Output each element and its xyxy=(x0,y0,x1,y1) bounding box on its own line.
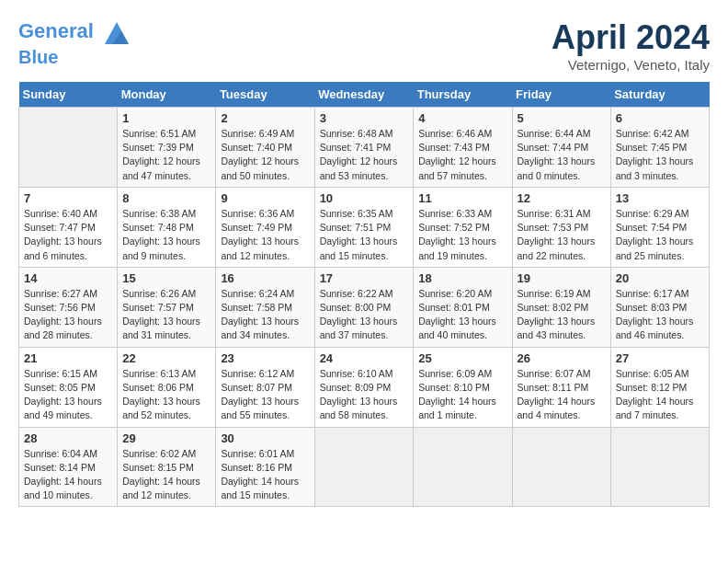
calendar-cell: 26Sunrise: 6:07 AMSunset: 8:11 PMDayligh… xyxy=(512,347,610,427)
day-number: 24 xyxy=(320,351,409,365)
day-number: 1 xyxy=(122,111,210,125)
day-detail: Sunrise: 6:31 AMSunset: 7:53 PMDaylight:… xyxy=(518,207,606,263)
weekday-header-thursday: Thursday xyxy=(414,82,512,108)
day-number: 20 xyxy=(616,271,704,285)
day-detail: Sunrise: 6:35 AMSunset: 7:51 PMDaylight:… xyxy=(320,207,409,263)
day-detail: Sunrise: 6:22 AMSunset: 8:00 PMDaylight:… xyxy=(320,287,409,343)
calendar-cell xyxy=(512,427,610,507)
calendar-cell: 5Sunrise: 6:44 AMSunset: 7:44 PMDaylight… xyxy=(512,108,610,188)
day-detail: Sunrise: 6:44 AMSunset: 7:44 PMDaylight:… xyxy=(518,127,606,183)
day-detail: Sunrise: 6:36 AMSunset: 7:49 PMDaylight:… xyxy=(221,207,309,263)
day-detail: Sunrise: 6:42 AMSunset: 7:45 PMDaylight:… xyxy=(616,127,704,183)
day-detail: Sunrise: 6:24 AMSunset: 7:58 PMDaylight:… xyxy=(221,287,309,343)
calendar-cell: 11Sunrise: 6:33 AMSunset: 7:52 PMDayligh… xyxy=(414,187,512,267)
calendar-cell xyxy=(610,427,709,507)
calendar-cell: 9Sunrise: 6:36 AMSunset: 7:49 PMDaylight… xyxy=(216,187,314,267)
logo-general: General xyxy=(18,19,94,42)
calendar-cell: 20Sunrise: 6:17 AMSunset: 8:03 PMDayligh… xyxy=(610,267,709,347)
day-detail: Sunrise: 6:51 AMSunset: 7:39 PMDaylight:… xyxy=(122,127,210,183)
weekday-header-friday: Friday xyxy=(512,82,610,108)
day-number: 22 xyxy=(122,351,210,365)
day-detail: Sunrise: 6:13 AMSunset: 8:06 PMDaylight:… xyxy=(122,367,210,423)
calendar-cell xyxy=(414,427,512,507)
calendar-cell: 29Sunrise: 6:02 AMSunset: 8:15 PMDayligh… xyxy=(118,427,216,507)
day-detail: Sunrise: 6:05 AMSunset: 8:12 PMDaylight:… xyxy=(616,367,704,423)
calendar-cell: 21Sunrise: 6:15 AMSunset: 8:05 PMDayligh… xyxy=(19,347,118,427)
day-number: 23 xyxy=(221,351,309,365)
calendar-cell: 1Sunrise: 6:51 AMSunset: 7:39 PMDaylight… xyxy=(118,108,216,188)
calendar-week-3: 14Sunrise: 6:27 AMSunset: 7:56 PMDayligh… xyxy=(19,267,710,347)
day-number: 28 xyxy=(24,431,112,445)
day-detail: Sunrise: 6:17 AMSunset: 8:03 PMDaylight:… xyxy=(616,287,704,343)
title-block: April 2024 Veternigo, Veneto, Italy xyxy=(552,18,710,73)
weekday-header-wednesday: Wednesday xyxy=(314,82,414,108)
day-number: 25 xyxy=(418,351,506,365)
calendar-cell: 6Sunrise: 6:42 AMSunset: 7:45 PMDaylight… xyxy=(610,108,709,188)
day-detail: Sunrise: 6:12 AMSunset: 8:07 PMDaylight:… xyxy=(221,367,309,423)
calendar-cell: 2Sunrise: 6:49 AMSunset: 7:40 PMDaylight… xyxy=(216,108,314,188)
day-detail: Sunrise: 6:02 AMSunset: 8:15 PMDaylight:… xyxy=(122,447,210,503)
day-detail: Sunrise: 6:46 AMSunset: 7:43 PMDaylight:… xyxy=(418,127,506,183)
day-number: 14 xyxy=(24,271,112,285)
day-detail: Sunrise: 6:29 AMSunset: 7:54 PMDaylight:… xyxy=(616,207,704,263)
day-number: 19 xyxy=(518,271,606,285)
day-detail: Sunrise: 6:09 AMSunset: 8:10 PMDaylight:… xyxy=(418,367,506,423)
day-number: 29 xyxy=(122,431,210,445)
weekday-header-row: SundayMondayTuesdayWednesdayThursdayFrid… xyxy=(19,82,710,108)
calendar-cell: 30Sunrise: 6:01 AMSunset: 8:16 PMDayligh… xyxy=(216,427,314,507)
calendar-cell: 7Sunrise: 6:40 AMSunset: 7:47 PMDaylight… xyxy=(19,187,118,267)
day-detail: Sunrise: 6:33 AMSunset: 7:52 PMDaylight:… xyxy=(418,207,506,263)
weekday-header-saturday: Saturday xyxy=(610,82,709,108)
calendar-week-2: 7Sunrise: 6:40 AMSunset: 7:47 PMDaylight… xyxy=(19,187,710,267)
day-detail: Sunrise: 6:10 AMSunset: 8:09 PMDaylight:… xyxy=(320,367,409,423)
day-number: 11 xyxy=(418,191,506,205)
weekday-header-monday: Monday xyxy=(118,82,216,108)
day-detail: Sunrise: 6:38 AMSunset: 7:48 PMDaylight:… xyxy=(122,207,210,263)
day-number: 16 xyxy=(221,271,309,285)
calendar-cell: 27Sunrise: 6:05 AMSunset: 8:12 PMDayligh… xyxy=(610,347,709,427)
logo-blue: Blue xyxy=(18,47,58,67)
day-number: 9 xyxy=(221,191,309,205)
day-detail: Sunrise: 6:48 AMSunset: 7:41 PMDaylight:… xyxy=(320,127,409,183)
calendar-cell: 18Sunrise: 6:20 AMSunset: 8:01 PMDayligh… xyxy=(414,267,512,347)
day-detail: Sunrise: 6:01 AMSunset: 8:16 PMDaylight:… xyxy=(221,447,309,503)
calendar-cell: 22Sunrise: 6:13 AMSunset: 8:06 PMDayligh… xyxy=(118,347,216,427)
logo: General Blue xyxy=(18,18,131,68)
month-title: April 2024 xyxy=(552,18,710,57)
day-number: 5 xyxy=(518,111,606,125)
day-detail: Sunrise: 6:26 AMSunset: 7:57 PMDaylight:… xyxy=(122,287,210,343)
calendar-cell: 13Sunrise: 6:29 AMSunset: 7:54 PMDayligh… xyxy=(610,187,709,267)
calendar-cell: 24Sunrise: 6:10 AMSunset: 8:09 PMDayligh… xyxy=(314,347,414,427)
location: Veternigo, Veneto, Italy xyxy=(552,57,710,73)
day-number: 18 xyxy=(418,271,506,285)
day-number: 21 xyxy=(24,351,112,365)
calendar-cell xyxy=(19,108,118,188)
day-detail: Sunrise: 6:19 AMSunset: 8:02 PMDaylight:… xyxy=(518,287,606,343)
calendar-cell: 25Sunrise: 6:09 AMSunset: 8:10 PMDayligh… xyxy=(414,347,512,427)
day-detail: Sunrise: 6:20 AMSunset: 8:01 PMDaylight:… xyxy=(418,287,506,343)
day-detail: Sunrise: 6:15 AMSunset: 8:05 PMDaylight:… xyxy=(24,367,112,423)
weekday-header-tuesday: Tuesday xyxy=(216,82,314,108)
calendar-cell: 8Sunrise: 6:38 AMSunset: 7:48 PMDaylight… xyxy=(118,187,216,267)
day-number: 3 xyxy=(320,111,409,125)
calendar-cell: 16Sunrise: 6:24 AMSunset: 7:58 PMDayligh… xyxy=(216,267,314,347)
calendar-cell: 3Sunrise: 6:48 AMSunset: 7:41 PMDaylight… xyxy=(314,108,414,188)
calendar-cell: 12Sunrise: 6:31 AMSunset: 7:53 PMDayligh… xyxy=(512,187,610,267)
day-number: 15 xyxy=(122,271,210,285)
day-number: 2 xyxy=(221,111,309,125)
calendar-cell: 23Sunrise: 6:12 AMSunset: 8:07 PMDayligh… xyxy=(216,347,314,427)
calendar-cell: 15Sunrise: 6:26 AMSunset: 7:57 PMDayligh… xyxy=(118,267,216,347)
calendar-week-5: 28Sunrise: 6:04 AMSunset: 8:14 PMDayligh… xyxy=(19,427,710,507)
day-detail: Sunrise: 6:40 AMSunset: 7:47 PMDaylight:… xyxy=(24,207,112,263)
calendar-cell: 4Sunrise: 6:46 AMSunset: 7:43 PMDaylight… xyxy=(414,108,512,188)
day-number: 8 xyxy=(122,191,210,205)
day-detail: Sunrise: 6:27 AMSunset: 7:56 PMDaylight:… xyxy=(24,287,112,343)
page-header: General Blue April 2024 Veternigo, Venet… xyxy=(18,18,710,73)
day-number: 4 xyxy=(418,111,506,125)
day-number: 17 xyxy=(320,271,409,285)
day-number: 7 xyxy=(24,191,112,205)
day-number: 6 xyxy=(616,111,704,125)
day-number: 30 xyxy=(221,431,309,445)
day-detail: Sunrise: 6:49 AMSunset: 7:40 PMDaylight:… xyxy=(221,127,309,183)
calendar-week-1: 1Sunrise: 6:51 AMSunset: 7:39 PMDaylight… xyxy=(19,108,710,188)
